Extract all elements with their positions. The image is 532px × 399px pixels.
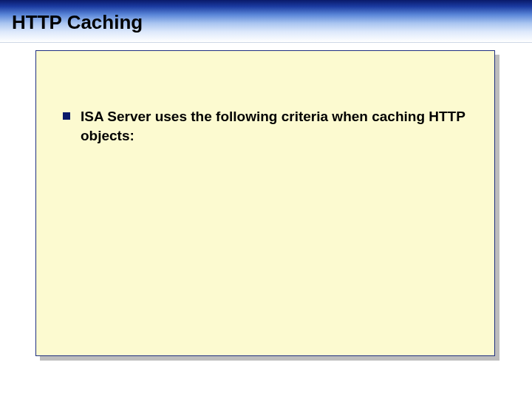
slide-title: HTTP Caching bbox=[12, 8, 143, 34]
bullet-text: ISA Server uses the following criteria w… bbox=[81, 107, 480, 145]
content-box: ISA Server uses the following criteria w… bbox=[35, 50, 495, 356]
title-bar: HTTP Caching bbox=[0, 0, 532, 43]
bullet-item: ISA Server uses the following criteria w… bbox=[63, 107, 482, 145]
slide: HTTP Caching ISA Server uses the followi… bbox=[0, 0, 532, 399]
square-bullet-icon bbox=[63, 112, 70, 120]
